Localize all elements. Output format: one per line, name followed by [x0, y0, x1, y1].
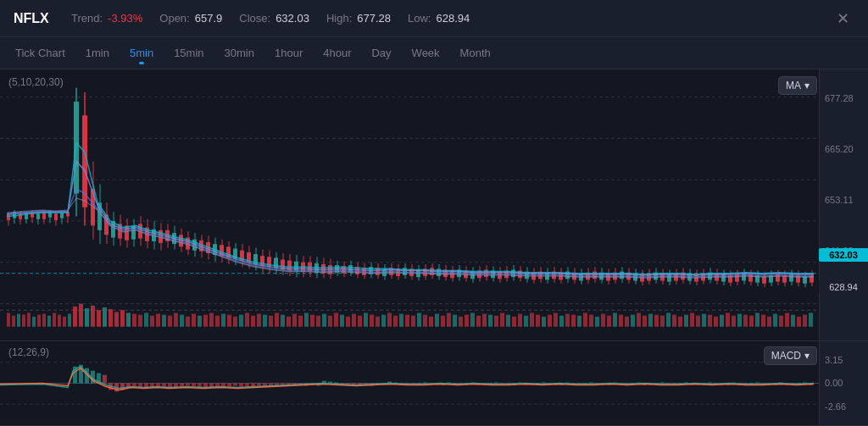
svg-rect-157 — [36, 213, 40, 219]
svg-rect-137 — [761, 315, 765, 327]
tf-15min[interactable]: 15min — [165, 43, 212, 63]
svg-rect-112 — [613, 313, 617, 326]
tf-week[interactable]: Week — [403, 43, 448, 63]
svg-rect-365 — [742, 274, 746, 281]
open-stat: Open: 657.9 — [159, 12, 222, 25]
svg-rect-124 — [684, 315, 688, 327]
svg-rect-140 — [779, 316, 783, 327]
svg-rect-33 — [144, 313, 148, 326]
svg-rect-110 — [601, 314, 605, 327]
tf-day[interactable]: Day — [363, 43, 399, 63]
svg-rect-408 — [180, 384, 184, 387]
low-price-label: 628.94 — [819, 281, 868, 293]
svg-rect-22 — [79, 304, 83, 327]
close-button[interactable]: ✕ — [831, 7, 854, 30]
price-level-2: 665.20 — [825, 144, 863, 154]
svg-rect-89 — [476, 316, 481, 327]
price-level-5-spacer: ___ — [825, 296, 863, 307]
price-level-1: 677.28 — [825, 93, 863, 103]
svg-rect-65 — [334, 313, 338, 326]
svg-rect-20 — [68, 314, 71, 327]
chart-container: (5,10,20,30) MA ▾ — [0, 69, 868, 426]
svg-rect-66 — [340, 315, 344, 327]
svg-rect-147 — [7, 214, 10, 220]
high-label: High: — [326, 12, 352, 25]
price-scale: 677.28 665.20 653.11 641.03 ___ — [819, 69, 868, 340]
svg-rect-104 — [565, 314, 570, 327]
close-stat: Close: 632.03 — [239, 12, 309, 25]
svg-rect-80 — [423, 315, 427, 327]
svg-rect-421 — [257, 384, 261, 386]
svg-rect-73 — [381, 315, 386, 327]
svg-rect-289 — [484, 269, 488, 277]
svg-rect-32 — [138, 315, 142, 327]
macd-chart: (12,26,9) MACD ▾ — [0, 341, 868, 426]
svg-rect-61 — [310, 315, 314, 327]
svg-rect-131 — [726, 313, 730, 326]
svg-rect-123 — [678, 317, 682, 327]
svg-rect-87 — [465, 315, 469, 327]
svg-rect-133 — [737, 314, 742, 327]
tf-4hour[interactable]: 4hour — [314, 43, 359, 63]
svg-rect-30 — [126, 313, 131, 326]
svg-rect-26 — [103, 307, 107, 327]
svg-rect-125 — [690, 313, 694, 326]
svg-rect-64 — [328, 316, 332, 327]
svg-rect-84 — [447, 313, 451, 326]
svg-rect-94 — [506, 315, 510, 327]
trend-stat: Trend: -3.93% — [71, 12, 142, 25]
svg-rect-59 — [298, 316, 303, 327]
svg-rect-40 — [186, 317, 190, 327]
svg-rect-92 — [494, 316, 498, 327]
svg-rect-78 — [411, 316, 415, 327]
svg-rect-34 — [150, 316, 154, 327]
svg-rect-135 — [749, 316, 754, 327]
svg-rect-115 — [631, 315, 635, 327]
svg-rect-321 — [593, 272, 597, 279]
high-stat: High: 677.28 — [326, 12, 391, 25]
svg-rect-24 — [91, 306, 95, 327]
macd-indicator-label: (12,26,9) — [8, 346, 49, 358]
svg-rect-120 — [660, 316, 665, 327]
svg-rect-116 — [637, 313, 641, 326]
macd-level-2: 0.00 — [825, 378, 863, 388]
header-bar: NFLX Trend: -3.93% Open: 657.9 Close: 63… — [0, 0, 868, 37]
current-price-badge: 632.03 — [819, 248, 868, 262]
svg-rect-75 — [393, 316, 398, 327]
svg-rect-134 — [743, 315, 748, 327]
tf-30min[interactable]: 30min — [216, 43, 263, 63]
svg-rect-118 — [648, 314, 653, 327]
svg-rect-418 — [239, 384, 243, 387]
ma-settings-button[interactable]: MA ▾ — [778, 76, 817, 95]
ticker-symbol: NFLX — [14, 11, 54, 26]
macd-level-3: -2.66 — [825, 401, 863, 412]
svg-rect-183 — [125, 225, 129, 240]
tf-tick[interactable]: Tick Chart — [7, 43, 74, 63]
svg-rect-95 — [512, 317, 516, 327]
svg-rect-141 — [785, 313, 789, 326]
svg-rect-56 — [281, 315, 285, 327]
svg-rect-19 — [63, 317, 66, 327]
svg-rect-44 — [209, 313, 214, 326]
open-label: Open: — [159, 12, 189, 25]
tf-5min[interactable]: 5min — [121, 43, 162, 63]
svg-rect-102 — [554, 313, 558, 326]
svg-rect-101 — [548, 315, 552, 327]
svg-rect-82 — [435, 314, 439, 327]
svg-rect-88 — [470, 313, 475, 326]
tf-1min[interactable]: 1min — [77, 43, 118, 63]
macd-settings-button[interactable]: MACD ▾ — [764, 346, 817, 365]
svg-rect-109 — [595, 317, 599, 327]
tf-1hour[interactable]: 1hour — [266, 43, 311, 63]
svg-rect-8 — [7, 313, 10, 326]
svg-rect-9 — [12, 316, 15, 327]
svg-rect-37 — [168, 316, 172, 327]
svg-rect-58 — [292, 314, 297, 327]
tf-month[interactable]: Month — [452, 43, 499, 63]
close-label: Close: — [239, 12, 270, 25]
svg-rect-53 — [263, 315, 267, 327]
svg-rect-138 — [767, 317, 771, 327]
macd-price-scale: 3.15 0.00 -2.66 — [819, 341, 868, 425]
price-level-3: 653.11 — [825, 195, 863, 205]
svg-rect-113 — [619, 315, 623, 327]
